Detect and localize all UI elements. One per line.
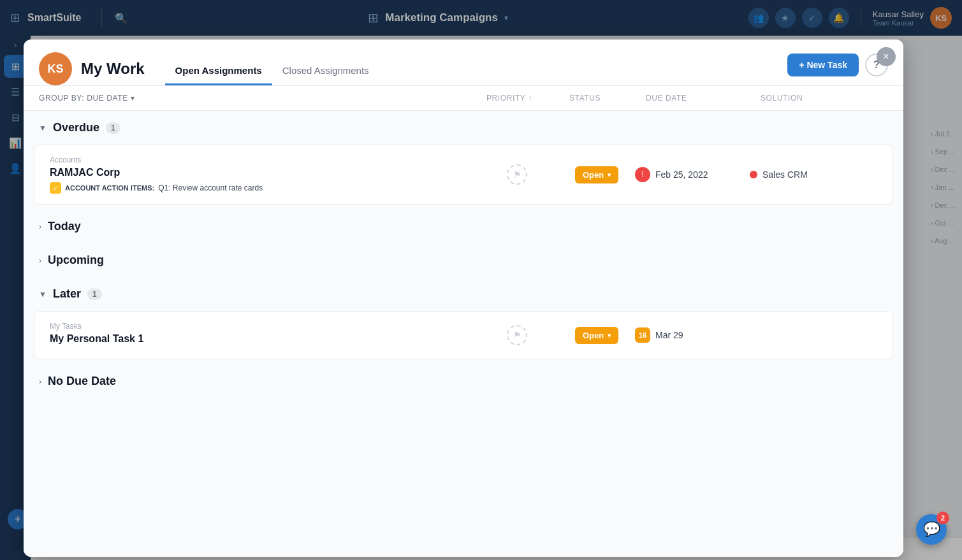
task-cols-personal: ⚑ Open ▾ 16 Mar 29 bbox=[476, 325, 877, 345]
overdue-badge: 1 bbox=[106, 122, 120, 134]
close-button[interactable]: × bbox=[877, 47, 896, 66]
section-today: › Today bbox=[24, 210, 903, 243]
no-due-title: No Due Date bbox=[48, 375, 116, 388]
task-sub-text: Q1: Review account rate cards bbox=[158, 183, 263, 192]
modal-tabs: Open Assignments Closed Assignments bbox=[165, 52, 788, 85]
status-badge-open-2[interactable]: Open ▾ bbox=[575, 327, 618, 344]
col-status-label: STATUS bbox=[569, 94, 601, 103]
later-title: Later bbox=[53, 287, 81, 301]
task-name[interactable]: RAMJAC Corp bbox=[50, 167, 476, 178]
modal-header-actions: + New Task ? bbox=[787, 54, 888, 84]
group-by-label: GROUP BY: bbox=[39, 94, 84, 103]
task-source: Accounts bbox=[50, 155, 476, 164]
modal-avatar: KS bbox=[39, 52, 72, 85]
task-priority-personal: ⚑ bbox=[476, 325, 558, 345]
task-status-ramjac: Open ▾ bbox=[558, 166, 635, 183]
task-info-personal: My Tasks My Personal Task 1 bbox=[50, 322, 476, 348]
modal-body: ▼ Overdue 1 Accounts RAMJAC Corp ✓ ACCOU… bbox=[24, 111, 903, 557]
task-card-personal: My Tasks My Personal Task 1 ⚑ Open ▾ 16 bbox=[34, 311, 893, 359]
col-solution-label: SOLUTION bbox=[761, 94, 803, 103]
task-sub: ✓ ACCOUNT ACTION ITEMS: Q1: Review accou… bbox=[50, 182, 476, 194]
section-later: ▼ Later 1 My Tasks My Personal Task 1 ⚑ … bbox=[24, 277, 903, 359]
solution-text: Sales CRM bbox=[762, 169, 808, 180]
upcoming-title: Upcoming bbox=[48, 254, 104, 267]
group-by-chevron-icon: ▾ bbox=[131, 94, 135, 103]
col-solution[interactable]: SOLUTION bbox=[761, 94, 888, 103]
solution-dot-icon bbox=[750, 171, 757, 178]
task-priority-ramjac: ⚑ bbox=[476, 164, 558, 185]
section-no-due-date: › No Due Date bbox=[24, 364, 903, 398]
table-cols: PRIORITY ↑ STATUS DUE DATE SOLUTION bbox=[486, 94, 888, 103]
chat-badge: 2 bbox=[936, 512, 949, 524]
task-cols-ramjac: ⚑ Open ▾ ! Feb 25, 2022 Sales C bbox=[476, 164, 877, 185]
group-by-control[interactable]: GROUP BY: DUE DATE ▾ bbox=[39, 94, 135, 103]
col-status[interactable]: STATUS bbox=[569, 94, 646, 103]
status-chevron-icon: ▾ bbox=[608, 171, 611, 178]
table-column-headers: GROUP BY: DUE DATE ▾ PRIORITY ↑ STATUS D… bbox=[24, 86, 903, 111]
task-card-ramjac: Accounts RAMJAC Corp ✓ ACCOUNT ACTION IT… bbox=[34, 145, 893, 205]
modal-title: My Work bbox=[81, 60, 145, 78]
status-chevron-icon-2: ▾ bbox=[608, 332, 611, 339]
section-upcoming-header[interactable]: › Upcoming bbox=[24, 243, 903, 277]
priority-flag-icon[interactable]: ⚑ bbox=[507, 164, 527, 185]
tab-closed-assignments[interactable]: Closed Assignments bbox=[272, 57, 379, 85]
task-sub-label: ACCOUNT ACTION ITEMS: bbox=[65, 184, 154, 192]
new-task-button[interactable]: + New Task bbox=[787, 54, 859, 76]
section-overdue: ▼ Overdue 1 Accounts RAMJAC Corp ✓ ACCOU… bbox=[24, 111, 903, 205]
due-number-icon: 16 bbox=[635, 327, 650, 343]
today-chevron-icon: › bbox=[39, 222, 41, 231]
later-badge: 1 bbox=[87, 289, 102, 300]
col-priority[interactable]: PRIORITY ↑ bbox=[486, 94, 569, 103]
task-sub-check-icon: ✓ bbox=[50, 182, 61, 194]
sort-icon: ↑ bbox=[528, 94, 532, 103]
task-source-personal: My Tasks bbox=[50, 322, 476, 331]
section-overdue-header[interactable]: ▼ Overdue 1 bbox=[24, 111, 903, 145]
today-title: Today bbox=[48, 220, 81, 233]
priority-flag-icon-2[interactable]: ⚑ bbox=[507, 325, 527, 345]
col-due-date[interactable]: DUE DATE bbox=[646, 94, 761, 103]
overdue-icon: ! bbox=[635, 167, 650, 182]
overdue-chevron-icon: ▼ bbox=[39, 124, 47, 133]
task-due-personal: 16 Mar 29 bbox=[635, 327, 750, 343]
section-no-due-date-header[interactable]: › No Due Date bbox=[24, 364, 903, 398]
my-work-modal: × KS My Work Open Assignments Closed Ass… bbox=[24, 39, 903, 557]
tab-open-assignments[interactable]: Open Assignments bbox=[165, 57, 272, 85]
section-upcoming: › Upcoming bbox=[24, 243, 903, 277]
modal-header: KS My Work Open Assignments Closed Assig… bbox=[24, 39, 903, 86]
task-info-ramjac: Accounts RAMJAC Corp ✓ ACCOUNT ACTION IT… bbox=[50, 155, 476, 194]
section-today-header[interactable]: › Today bbox=[24, 210, 903, 243]
task-name-personal[interactable]: My Personal Task 1 bbox=[50, 333, 476, 345]
later-chevron-icon: ▼ bbox=[39, 290, 47, 299]
overdue-title: Overdue bbox=[53, 121, 99, 134]
upcoming-chevron-icon: › bbox=[39, 256, 41, 265]
no-due-chevron-icon: › bbox=[39, 377, 41, 386]
status-badge-open[interactable]: Open ▾ bbox=[575, 166, 618, 183]
col-priority-label: PRIORITY bbox=[486, 94, 525, 103]
due-date-text-2: Mar 29 bbox=[655, 330, 683, 340]
task-due-ramjac: ! Feb 25, 2022 bbox=[635, 167, 750, 182]
task-solution-ramjac: Sales CRM bbox=[750, 169, 877, 180]
task-status-personal: Open ▾ bbox=[558, 327, 635, 344]
section-later-header[interactable]: ▼ Later 1 bbox=[24, 277, 903, 311]
due-date-text: Feb 25, 2022 bbox=[655, 169, 708, 180]
group-by-value: DUE DATE bbox=[87, 94, 128, 103]
col-due-label: DUE DATE bbox=[646, 94, 687, 103]
chat-bubble-button[interactable]: 💬 2 bbox=[916, 514, 947, 545]
